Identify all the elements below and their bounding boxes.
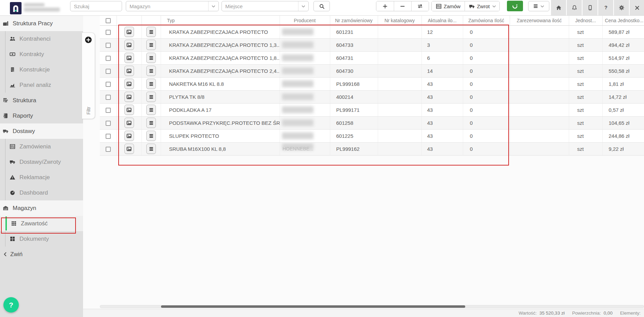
row-details-button[interactable]: [146, 105, 156, 115]
picture-icon: [126, 81, 132, 87]
cell-details: [142, 129, 161, 142]
row-details-button[interactable]: [146, 144, 156, 154]
place-select-value: Miejsce: [222, 3, 298, 9]
column-header-details[interactable]: [142, 16, 161, 25]
abacus-icon: [10, 144, 15, 149]
row-image-button[interactable]: [124, 27, 134, 37]
row-checkbox[interactable]: [106, 30, 111, 35]
table-row: PODSTAWKA PRZYKRĘC.PROTECTO BEZ ŚR.60125…: [100, 116, 644, 129]
column-header-aktualna_ilosc[interactable]: Aktualna ilo...: [421, 16, 463, 25]
row-details-button[interactable]: [146, 66, 156, 76]
row-image-button[interactable]: [124, 131, 134, 141]
sidebar-collapse[interactable]: Zwiń: [0, 247, 83, 262]
add-button[interactable]: [376, 1, 394, 11]
close-button[interactable]: [630, 0, 644, 15]
notifications-button[interactable]: [567, 0, 582, 15]
row-image-button[interactable]: [124, 66, 134, 76]
select-all-checkbox[interactable]: [106, 18, 111, 23]
sidebar-item-panel-analiz[interactable]: Panel analiz: [0, 77, 83, 93]
column-header-producent[interactable]: Producent: [280, 16, 330, 25]
sidebar-item-konstrukcje[interactable]: Konstrukcje: [0, 62, 83, 77]
horizontal-scrollbar-thumb[interactable]: [161, 305, 465, 308]
row-details-button[interactable]: [146, 27, 156, 37]
sidebar-item-dostawy-zwroty[interactable]: Dostawy/Zwroty: [0, 154, 83, 170]
column-header-nr_katalogowy[interactable]: Nr katalogowy: [378, 16, 421, 25]
help-fab-button[interactable]: ?: [3, 297, 19, 313]
cell-jednostka: szt: [569, 25, 602, 38]
row-image-button[interactable]: [124, 144, 134, 154]
cell-zarezerwowana_ilosc: [510, 129, 569, 142]
sidebar-section-raporty[interactable]: Raporty: [0, 108, 83, 123]
chevron-down-icon: [298, 1, 308, 11]
horizontal-scrollbar[interactable]: [100, 305, 644, 308]
row-checkbox[interactable]: [106, 43, 111, 48]
sidebar-item-zawarto-[interactable]: Zawartość: [0, 216, 83, 231]
column-header-cena_jednostkowa[interactable]: Cena Jednostko...: [602, 16, 644, 25]
warehouse-select[interactable]: Magazyn: [126, 1, 219, 11]
cell-image: [117, 25, 142, 38]
row-image-button[interactable]: [124, 40, 134, 50]
row-checkbox[interactable]: [106, 69, 111, 74]
row-checkbox[interactable]: [106, 56, 111, 61]
help-button[interactable]: ?: [598, 0, 613, 15]
refresh-button[interactable]: [507, 1, 523, 11]
settings-button[interactable]: [614, 0, 629, 15]
sidebar-item-zam-wienia[interactable]: Zamówienia: [0, 139, 83, 154]
search-button[interactable]: [313, 1, 330, 11]
row-image-button[interactable]: [124, 79, 134, 89]
add-filter-button[interactable]: [85, 36, 92, 43]
sidebar-section-dostawy[interactable]: Dostawy: [0, 123, 83, 139]
menu-button[interactable]: [528, 1, 549, 11]
row-checkbox[interactable]: [106, 134, 111, 139]
row-checkbox[interactable]: [106, 147, 111, 152]
row-details-button[interactable]: [146, 92, 156, 102]
column-header-typ[interactable]: Typ: [161, 16, 280, 25]
row-checkbox[interactable]: [106, 95, 111, 100]
gear-icon: [619, 5, 625, 11]
order-button-label: Zamów: [444, 3, 460, 9]
chevron-down-icon: [492, 4, 496, 9]
return-button[interactable]: Zwrot: [465, 1, 500, 11]
column-header-zamowiona_ilosc[interactable]: Zamówiona Ilość: [463, 16, 510, 25]
sidebar-item-dokumenty[interactable]: Dokumenty: [0, 231, 83, 247]
remove-button[interactable]: [394, 1, 411, 11]
transfer-button[interactable]: [411, 1, 429, 11]
column-header-jednostka[interactable]: Jednost...: [569, 16, 602, 25]
row-image-button[interactable]: [124, 118, 134, 128]
order-button[interactable]: Zamów: [432, 1, 465, 11]
sidebar-section-magazyn[interactable]: Magazyn: [0, 200, 83, 216]
row-image-button[interactable]: [124, 92, 134, 102]
table-row: NAKRETKA M16 KL 8.8PL999168430szt1,81 zł: [100, 77, 644, 90]
column-header-nr_zamowieniowy[interactable]: Nr zamówieniowy: [330, 16, 378, 25]
sidebar-item-kontrakty[interactable]: Kontrakty: [0, 47, 83, 62]
cell-jednostka: szt: [569, 38, 602, 51]
row-details-button[interactable]: [146, 118, 156, 128]
row-details-button[interactable]: [146, 79, 156, 89]
row-checkbox[interactable]: [106, 121, 111, 126]
mobile-button[interactable]: [582, 0, 598, 15]
row-image-button[interactable]: [124, 53, 134, 63]
column-header-zarezerwowana_ilosc[interactable]: Zarezerwowana ilość: [510, 16, 569, 25]
sidebar-section-struktura[interactable]: Struktura: [0, 93, 83, 108]
producent-redacted-blur: [282, 28, 313, 35]
row-details-button[interactable]: [146, 40, 156, 50]
sidebar-section-struktura-pracy[interactable]: Struktura Pracy: [0, 16, 83, 31]
place-select[interactable]: Miejsce: [222, 1, 309, 11]
home-button[interactable]: [551, 0, 566, 15]
column-header-select[interactable]: [100, 16, 117, 25]
cell-details: [142, 90, 161, 103]
sidebar-item-dashboard[interactable]: Dashboard: [0, 185, 83, 200]
row-checkbox[interactable]: [106, 108, 111, 113]
topbar: Magazyn Miejsce Zamów Zwrot: [0, 0, 644, 16]
sidebar-item-kontrahenci[interactable]: Kontrahenci: [0, 31, 83, 47]
search-input[interactable]: [70, 1, 122, 11]
row-checkbox[interactable]: [106, 82, 111, 87]
cell-nr_katalogowy: [378, 25, 421, 38]
row-details-button[interactable]: [146, 53, 156, 63]
row-details-button[interactable]: [146, 131, 156, 141]
sidebar-item-reklamacje[interactable]: Reklamacje: [0, 170, 83, 185]
column-header-image[interactable]: [117, 16, 142, 25]
filter-panel-tab[interactable]: Filtr: [82, 32, 95, 119]
cell-details: [142, 25, 161, 38]
row-image-button[interactable]: [124, 105, 134, 115]
